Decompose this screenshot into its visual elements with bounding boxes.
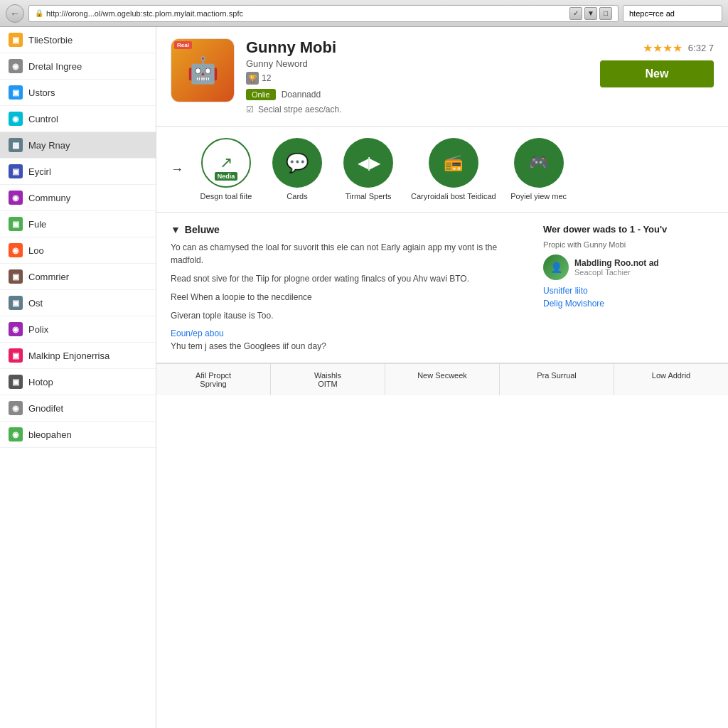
desc-para1: Yo can as chamysed the loal for suvorit … — [171, 241, 529, 267]
category-name-poyiel: Poyiel yiew mec — [510, 192, 567, 200]
url-dropdown-btn[interactable]: ▼ — [584, 7, 597, 20]
arrow-left[interactable]: → — [171, 162, 183, 177]
desc-sidebar: Wer dower wads to 1 - You'v Propic with … — [543, 224, 714, 351]
sidebar-item-gnodifet[interactable]: ◉ Gnodifet — [0, 395, 156, 422]
url-check-btn[interactable]: ✓ — [569, 7, 582, 20]
sidebar-icon-ost: ▣ — [9, 296, 23, 310]
app-info: Gunny Mobi Gunny Neword 🏆 12 Onlie Doann… — [246, 38, 589, 114]
sidebar-label-may-rnay: May Rnay — [28, 140, 70, 151]
nedia-label: Nedia — [215, 172, 238, 181]
sidebar-item-polix[interactable]: ◉ Polix — [0, 316, 156, 343]
sidebar-item-loo[interactable]: ◉ Loo — [0, 237, 156, 264]
desc-para4: Giveran tople itause is Too. — [171, 309, 529, 322]
back-button[interactable]: ← — [6, 4, 24, 23]
sidebar: ▣ TlieStorbie ◉ Dretal Ingree ▣ Ustors ◉… — [0, 27, 156, 728]
reviewer: 👤 Mabdling Roo.not ad SeacopI Tachier — [543, 255, 714, 280]
sidebar-label-hotop: Hotop — [28, 377, 53, 387]
sidebar-item-dretal-ingree[interactable]: ◉ Dretal Ingree — [0, 53, 156, 80]
sidebar-links: Usnitfer liito Delig Movishore — [543, 286, 714, 309]
sidebar-icon-polix: ◉ — [9, 322, 23, 336]
app-icon: Real 🤖 — [171, 38, 235, 102]
sidebar-label-dretal-ingree: Dretal Ingree — [28, 61, 82, 72]
category-name-cards: Cards — [287, 192, 307, 200]
app-status-row: Onlie Doannadd — [246, 89, 589, 100]
sidebar-item-hotop[interactable]: ▣ Hotop — [0, 369, 156, 395]
app-rating-row: ★★★★ 6:32 7 — [643, 41, 714, 55]
app-title: Gunny Mobi — [246, 38, 589, 57]
sidebar-item-eycirl[interactable]: ▣ Eycirl — [0, 159, 156, 185]
sidebar-label-fule: Fule — [28, 219, 46, 230]
bottom-tab-pra-surrual[interactable]: Pra Surrual — [500, 364, 614, 395]
app-developer: Gunny Neword — [246, 58, 589, 69]
main-layout: ▣ TlieStorbie ◉ Dretal Ingree ▣ Ustors ◉… — [0, 27, 728, 728]
category-tirmal[interactable]: ◀|▶ Tirmal Sperts — [340, 138, 397, 200]
category-row: → ↗ Nedia Desgn toal fiite 💬 Cards ◀|▶ T… — [156, 127, 728, 213]
sidebar-item-malkinp-enjonerrisa[interactable]: ▣ Malkinp Enjonerrisa — [0, 343, 156, 369]
sidebar-item-fule[interactable]: ▣ Fule — [0, 211, 156, 237]
category-name-caryroidali: Caryroidali bost Teidicad — [411, 192, 496, 200]
tab-line1-waishls: Waishls — [275, 371, 380, 380]
sidebar-item-communy[interactable]: ◉ Communy — [0, 185, 156, 211]
sidebar-link2[interactable]: Delig Movishore — [543, 299, 714, 309]
sidebar-icon-dretal-ingree: ◉ — [9, 59, 23, 73]
real-badge: Real — [174, 41, 192, 49]
sidebar-item-ustors[interactable]: ▣ Ustors — [0, 80, 156, 106]
sidebar-item-may-rnay[interactable]: ▦ May Rnay — [0, 132, 156, 159]
sidebar-icon-fule: ▣ — [9, 217, 23, 231]
bottom-tab-new-secweek[interactable]: New Secweek — [385, 364, 500, 395]
url-bar[interactable]: 🔒 http:///orong...ol/wm.ogelub:stc.plom.… — [28, 5, 619, 22]
sidebar-label-eycirl: Eycirl — [28, 166, 51, 177]
category-nedia[interactable]: ↗ Nedia Desgn toal fiite — [198, 138, 255, 200]
desc-question: Yhu tem j ases the Googlees iif oun day? — [171, 341, 529, 351]
sidebar-item-ost[interactable]: ▣ Ost — [0, 290, 156, 316]
category-caryroidali[interactable]: 📻 Caryroidali bost Teidicad — [411, 138, 496, 200]
sidebar-label-bleopahen: bleopahen — [28, 429, 72, 440]
browser-chrome: ← 🔒 http:///orong...ol/wm.ogelub:stc.plo… — [0, 0, 728, 27]
desc-link[interactable]: Eoun/ep abou — [171, 328, 224, 338]
sidebar-icon-communy: ◉ — [9, 191, 23, 205]
reviewer-info: Mabdling Roo.not ad SeacopI Tachier — [574, 258, 659, 277]
search-bar[interactable]: htepc=rce ad — [623, 5, 722, 22]
mascot-image: 🤖 — [187, 55, 219, 85]
sidebar-item-tile-stobie[interactable]: ▣ TlieStorbie — [0, 27, 156, 53]
bottom-tab-low-addrid[interactable]: Low Addrid — [614, 364, 728, 395]
sidebar-item-bleopahen[interactable]: ◉ bleopahen — [0, 422, 156, 448]
reviewer-avatar: 👤 — [543, 255, 569, 280]
tab-line2-afil-propct: Sprving — [161, 380, 266, 388]
bottom-tab-waishls[interactable]: WaishlsOITM — [271, 364, 385, 395]
sidebar-item-cuntrol[interactable]: ◉ Cuntrol — [0, 106, 156, 132]
content-area: Real 🤖 Gunny Mobi Gunny Neword 🏆 12 Onli… — [156, 27, 728, 728]
sidebar-icon-gnodifet: ◉ — [9, 401, 23, 415]
tab-line1-new-secweek: New Secweek — [390, 371, 495, 380]
desc-title: ▼ Beluwe — [171, 224, 529, 235]
category-icon-cards: 💬 — [272, 138, 322, 188]
sidebar-label-ustors: Ustors — [28, 87, 55, 98]
sidebar-label-gnodifet: Gnodifet — [28, 403, 63, 414]
checkbox-icon: ☑ — [246, 105, 254, 114]
category-cards[interactable]: 💬 Cards — [269, 138, 326, 200]
sidebar-icon-eycirl: ▣ — [9, 164, 23, 178]
url-refresh-btn[interactable]: □ — [599, 7, 612, 20]
app-icon-inner: Real 🤖 — [171, 38, 234, 102]
tab-line1-pra-surrual: Pra Surrual — [504, 371, 609, 380]
category-name-nedia: Desgn toal fiite — [200, 192, 252, 200]
sidebar-label-communy: Communy — [28, 193, 70, 203]
reviewer-sub: SeacopI Tachier — [574, 268, 659, 277]
tab-line1-afil-propct: Afil Propct — [161, 371, 266, 380]
sidebar-link1[interactable]: Usnitfer liito — [543, 286, 714, 296]
sidebar-label-polix: Polix — [28, 324, 48, 335]
sidebar-icon-commrier: ▣ — [9, 269, 23, 284]
app-age: 🏆 12 — [246, 72, 589, 85]
sidebar-icon-hotop: ▣ — [9, 375, 23, 389]
status-download: Doannadd — [282, 90, 321, 100]
rating-num: 6:32 7 — [688, 43, 714, 53]
reviewer-name: Mabdling Roo.not ad — [574, 258, 659, 268]
category-poyiel[interactable]: 🎮 Poyiel yiew mec — [510, 138, 567, 200]
new-button[interactable]: New — [600, 60, 714, 87]
sidebar-label-malkinp-enjonerrisa: Malkinp Enjonerrisa — [28, 350, 109, 361]
sidebar-item-commrier[interactable]: ▣ Commrier — [0, 264, 156, 290]
bottom-tab-afil-propct[interactable]: Afil PropctSprving — [156, 364, 271, 395]
app-description-short: ☑ Secial strpe aesc/ach. — [246, 105, 589, 114]
sidebar-icon-cuntrol: ◉ — [9, 112, 23, 126]
rating-stars: ★★★★ — [643, 41, 682, 55]
